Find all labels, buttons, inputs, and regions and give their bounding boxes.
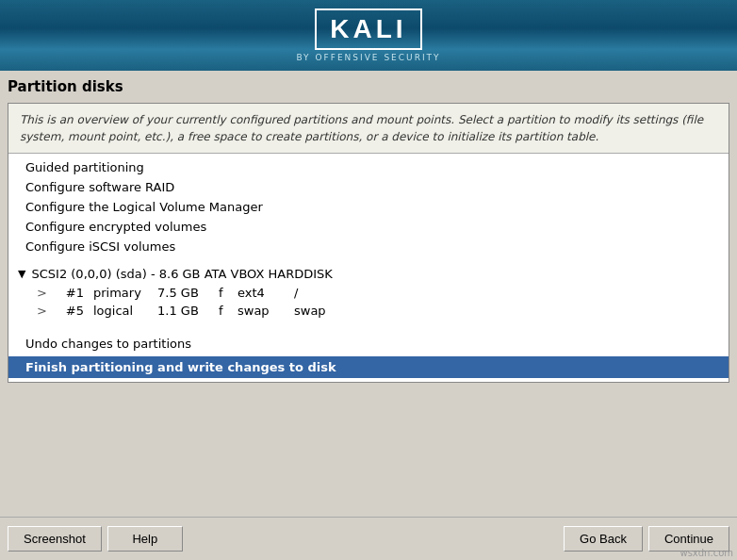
partition-size-2: 1.1 GB [150,304,211,318]
partition-mount-1: / [287,286,343,300]
go-back-button[interactable]: Go Back [564,526,643,552]
disk-label: SCSI2 (0,0,0) (sda) - 8.6 GB ATA VBOX HA… [31,267,332,281]
watermark: wsxdn.com [680,548,733,558]
screenshot-button[interactable]: Screenshot [8,526,102,552]
menu-item-raid[interactable]: Configure software RAID [8,177,729,197]
footer: Screenshot Help Go Back Continue wsxdn.c… [0,517,737,560]
partition-arrow-1: > [37,286,56,300]
spacer2 [8,320,729,327]
partition-arrow-2: > [37,304,56,318]
disk-expand-icon: ▼ [18,268,25,280]
footer-left: Screenshot Help [8,526,183,552]
menu-item-encrypted[interactable]: Configure encrypted volumes [8,217,729,237]
kali-logo: KALI BY OFFENSIVE SECURITY [296,8,440,62]
partition-type-1: primary [84,286,150,300]
menu-item-iscsi[interactable]: Configure iSCSI volumes [8,237,729,256]
disk-header: ▼ SCSI2 (0,0,0) (sda) - 8.6 GB ATA VBOX … [8,264,729,284]
partition-fs-2: swap [230,304,287,318]
partition-flag-1: f [211,286,230,300]
menu-item-guided[interactable]: Guided partitioning [8,157,729,177]
partition-type-2: logical [84,304,150,318]
content-box: This is an overview of your currently co… [8,103,729,383]
partition-list: Guided partitioning Configure software R… [8,154,729,382]
finish-item[interactable]: Finish partitioning and write changes to… [8,356,729,378]
partition-size-1: 7.5 GB [150,286,211,300]
undo-item[interactable]: Undo changes to partitions [8,333,729,354]
partition-num-1: #1 [56,286,84,300]
info-text: This is an overview of your currently co… [8,104,729,154]
partition-mount-2: swap [287,304,343,318]
page-title: Partition disks [8,76,729,97]
main-content: Partition disks This is an overview of y… [0,71,737,388]
partition-row-2[interactable]: > #5 logical 1.1 GB f swap swap [8,302,729,320]
spacer [8,256,729,264]
partition-fs-1: ext4 [230,286,287,300]
kali-logo-text: KALI [315,8,421,50]
header: KALI BY OFFENSIVE SECURITY [0,0,737,71]
partition-num-2: #5 [56,304,84,318]
help-button[interactable]: Help [107,526,183,552]
partition-row-1[interactable]: > #1 primary 7.5 GB f ext4 / [8,284,729,302]
partition-flag-2: f [211,304,230,318]
menu-item-lvm[interactable]: Configure the Logical Volume Manager [8,197,729,217]
kali-subtitle: BY OFFENSIVE SECURITY [296,53,440,62]
